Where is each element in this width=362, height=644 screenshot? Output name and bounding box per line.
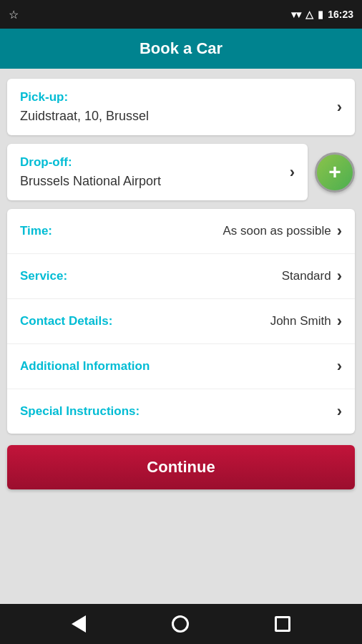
contact-value: John Smith xyxy=(270,314,331,328)
time-label: Time: xyxy=(20,224,52,238)
details-card: Time: As soon as possible › Service: Sta… xyxy=(7,209,355,434)
contact-chevron-icon: › xyxy=(337,312,342,331)
special-instructions-row[interactable]: Special Instructions: › xyxy=(7,389,355,434)
dropoff-chevron-icon: › xyxy=(290,163,295,182)
service-chevron-icon: › xyxy=(337,267,342,286)
time-value: As soon as possible xyxy=(222,224,331,238)
dropoff-row: Drop-off: Brussels National Airport › xyxy=(20,155,295,189)
status-bar: ☆ ▾▾ △ ▮ 16:23 xyxy=(0,0,362,29)
time-display: 16:23 xyxy=(328,9,353,20)
additional-info-label: Additional Information xyxy=(20,359,150,374)
time-chevron-icon: › xyxy=(337,222,342,240)
plus-icon: + xyxy=(328,161,341,182)
bottom-navigation xyxy=(0,604,362,644)
additional-info-chevron-icon: › xyxy=(337,357,342,376)
battery-icon: ▮ xyxy=(318,9,323,20)
pickup-value: Zuidstraat, 10, Brussel xyxy=(20,109,149,124)
dropoff-value: Brussels National Airport xyxy=(20,174,161,189)
special-instructions-chevron-icon: › xyxy=(337,402,342,421)
status-bar-right: ▾▾ △ ▮ 16:23 xyxy=(291,9,353,20)
additional-info-right: › xyxy=(337,357,342,376)
time-right: As soon as possible › xyxy=(222,222,342,240)
continue-button[interactable]: Continue xyxy=(7,445,355,489)
contact-right: John Smith › xyxy=(270,312,342,331)
dropoff-label: Drop-off: xyxy=(20,155,161,170)
home-button[interactable] xyxy=(172,615,189,633)
contact-row[interactable]: Contact Details: John Smith › xyxy=(7,299,355,344)
wifi-icon: ▾▾ xyxy=(291,9,301,20)
signal-icon: △ xyxy=(305,9,313,20)
notification-icon: ☆ xyxy=(9,8,19,21)
add-dropoff-button[interactable]: + xyxy=(315,152,355,192)
pickup-chevron-icon: › xyxy=(337,98,342,117)
back-button[interactable] xyxy=(72,615,86,633)
dropoff-container: Drop-off: Brussels National Airport › + xyxy=(7,144,355,200)
service-label: Service: xyxy=(20,269,67,283)
recents-button[interactable] xyxy=(275,616,290,632)
pickup-row: Pick-up: Zuidstraat, 10, Brussel › xyxy=(20,90,342,124)
service-right: Standard › xyxy=(282,267,342,286)
additional-info-row[interactable]: Additional Information › xyxy=(7,344,355,389)
main-content: Pick-up: Zuidstraat, 10, Brussel › Drop-… xyxy=(0,69,362,499)
time-row[interactable]: Time: As soon as possible › xyxy=(7,209,355,254)
app-header: Book a Car xyxy=(0,29,362,69)
pickup-label: Pick-up: xyxy=(20,90,149,104)
pickup-info: Pick-up: Zuidstraat, 10, Brussel xyxy=(20,90,149,124)
contact-label: Contact Details: xyxy=(20,314,112,328)
special-instructions-right: › xyxy=(337,402,342,421)
special-instructions-label: Special Instructions: xyxy=(20,404,140,419)
pickup-card[interactable]: Pick-up: Zuidstraat, 10, Brussel › xyxy=(7,79,355,135)
dropoff-info: Drop-off: Brussels National Airport xyxy=(20,155,161,189)
service-row[interactable]: Service: Standard › xyxy=(7,254,355,299)
page-title: Book a Car xyxy=(140,39,222,58)
service-value: Standard xyxy=(282,269,331,283)
dropoff-card[interactable]: Drop-off: Brussels National Airport › xyxy=(7,144,308,200)
status-bar-left: ☆ xyxy=(9,8,19,21)
